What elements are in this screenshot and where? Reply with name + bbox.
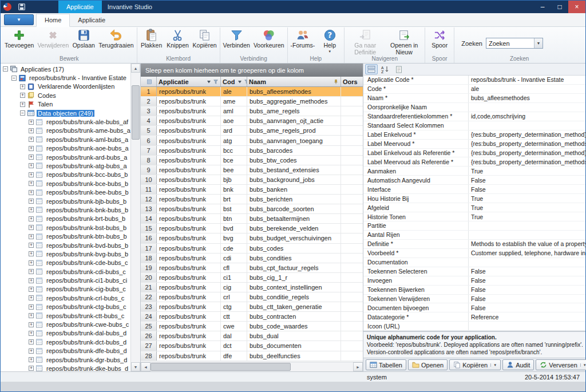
- cell-applicatie[interactable]: repos/bubs/trunk: [157, 263, 221, 272]
- tree-vertical-scrollbar[interactable]: ▲ ▼: [130, 64, 140, 371]
- table-row[interactable]: 12repos/bubs/trunkbrtbubs_berichten: [141, 195, 363, 204]
- tree-item[interactable]: +repos/bubs/trunk-dgr-bubs_d: [1, 355, 130, 364]
- cell-cod[interactable]: bjb: [221, 175, 247, 184]
- pin-icon[interactable]: [333, 79, 339, 85]
- column-header-oorspronkelijke-naam[interactable]: Oors: [341, 77, 363, 86]
- column-header-applicatie[interactable]: Applicatie: [157, 77, 221, 86]
- cell-oorspronkelijke-naam[interactable]: [341, 254, 363, 263]
- cell-cod[interactable]: dal: [221, 331, 247, 340]
- sort-desc-icon[interactable]: [206, 79, 212, 85]
- property-value[interactable]: [469, 103, 585, 112]
- tree-expander-icon[interactable]: +: [29, 278, 34, 283]
- tree-expander-icon[interactable]: +: [29, 269, 34, 274]
- tree-item[interactable]: +repos/bubs/trunk-ci1-bubs_ci: [1, 276, 130, 284]
- table-row[interactable]: 16repos/bubs/trunkbvgbubs_budget_verschu…: [141, 233, 363, 243]
- property-row[interactable]: Documentation: [363, 258, 585, 267]
- cell-oorspronkelijke-naam[interactable]: [341, 156, 363, 165]
- cell-cod[interactable]: ale: [221, 87, 247, 96]
- cell-cod[interactable]: atg: [221, 136, 247, 145]
- cell-applicatie[interactable]: repos/bubs/trunk: [157, 185, 221, 194]
- row-number[interactable]: 23: [141, 302, 157, 311]
- property-value[interactable]: {res:bubs_property_determination_methods…: [469, 140, 585, 148]
- search-input[interactable]: Zoeken▼: [486, 38, 543, 49]
- property-value[interactable]: False: [469, 303, 585, 312]
- tree-item[interactable]: −Data objecten (249): [1, 109, 130, 117]
- table-row[interactable]: 18repos/bubs/trunkcdibubs_condities: [141, 254, 363, 263]
- chevron-down-icon[interactable]: ▼: [580, 363, 586, 367]
- row-number[interactable]: 10: [141, 175, 157, 184]
- cell-oorspronkelijke-naam[interactable]: [341, 312, 363, 321]
- sort-alphabetical-button[interactable]: AZ: [379, 64, 391, 74]
- tree-expander-icon[interactable]: +: [29, 120, 34, 125]
- cell-applicatie[interactable]: repos/bubs/trunk: [157, 341, 221, 350]
- ribbon-button-verbinden[interactable]: Verbinden: [221, 27, 252, 49]
- cell-applicatie[interactable]: repos/bubs/trunk: [157, 351, 221, 361]
- property-value[interactable]: Methods to establish the value of a prop…: [469, 240, 585, 248]
- ribbon-button-help[interactable]: ?Help▼: [316, 27, 343, 53]
- property-row[interactable]: Code *ale: [363, 85, 585, 94]
- row-number[interactable]: 26: [141, 331, 157, 340]
- cell-naam[interactable]: bubs_budget_verschuivingen: [247, 233, 341, 243]
- cell-naam[interactable]: bubs_aanvragen_ojt_actie: [247, 116, 341, 125]
- cell-naam[interactable]: bubs_bestand_extensies: [247, 165, 341, 175]
- row-number[interactable]: 18: [141, 254, 157, 263]
- tree-expander-icon[interactable]: +: [29, 322, 34, 327]
- cell-applicatie[interactable]: repos/bubs/trunk: [157, 175, 221, 184]
- categorize-button[interactable]: [365, 64, 378, 74]
- tree-item[interactable]: −repos/bubs/trunk - Invantive Estate: [1, 73, 130, 82]
- footer-button-tabellen[interactable]: Tabellen: [366, 359, 406, 370]
- cell-oorspronkelijke-naam[interactable]: [341, 331, 363, 340]
- property-value[interactable]: ale: [469, 85, 585, 93]
- property-value[interactable]: True: [469, 167, 585, 175]
- tree-expander-icon[interactable]: +: [29, 155, 34, 160]
- property-row[interactable]: InterfaceFalse: [363, 185, 585, 194]
- row-number[interactable]: 8: [141, 156, 157, 165]
- property-value[interactable]: id,code,omschrijving: [469, 112, 585, 121]
- cell-applicatie[interactable]: repos/bubs/trunk: [157, 204, 221, 213]
- tree-expander-icon[interactable]: +: [29, 216, 34, 221]
- tree-expander-icon[interactable]: −: [3, 66, 8, 72]
- minimize-button[interactable]: –: [534, 1, 551, 13]
- table-row[interactable]: 22repos/bubs/trunkcrlbubs_conditie_regel…: [141, 292, 363, 302]
- cell-oorspronkelijke-naam[interactable]: [341, 283, 363, 292]
- cell-applicatie[interactable]: repos/bubs/trunk: [157, 244, 221, 253]
- table-row[interactable]: 11repos/bubs/trunkbnkbubs_banken: [141, 185, 363, 195]
- tree-expander-icon[interactable]: +: [29, 287, 34, 292]
- table-row[interactable]: 25repos/bubs/trunkcwebubs_code_waardes: [141, 322, 363, 331]
- cell-oorspronkelijke-naam[interactable]: [341, 341, 363, 350]
- cell-naam[interactable]: bubs_barcodes: [247, 146, 341, 155]
- property-row[interactable]: Label Enkelvoud als Referentie *{res:bub…: [363, 149, 585, 158]
- cell-cod[interactable]: cfl: [221, 263, 247, 272]
- table-row[interactable]: 10repos/bubs/trunkbjbbubs_background_job…: [141, 175, 363, 185]
- cell-naam[interactable]: bubs_berekende_velden: [247, 224, 341, 233]
- row-number[interactable]: 24: [141, 312, 157, 321]
- cell-applicatie[interactable]: repos/bubs/trunk: [157, 224, 221, 233]
- property-value[interactable]: False: [469, 267, 585, 276]
- cell-applicatie[interactable]: repos/bubs/trunk: [157, 302, 221, 311]
- tree-item[interactable]: +repos/bubs/trunk-bnk-bubs_b: [1, 205, 130, 214]
- cell-naam[interactable]: bubs_berichten: [247, 195, 341, 204]
- property-row[interactable]: Toekennen BijwerkenFalse: [363, 286, 585, 295]
- cell-cod[interactable]: ctt: [221, 312, 247, 321]
- scrollbar-thumb[interactable]: [132, 85, 140, 140]
- cell-cod[interactable]: dfe: [221, 351, 247, 361]
- cell-applicatie[interactable]: repos/bubs/trunk: [157, 87, 221, 96]
- table-row[interactable]: 2repos/bubs/trunkamebubs_aggregatie_meth…: [141, 97, 363, 106]
- cell-applicatie[interactable]: repos/bubs/trunk: [157, 146, 221, 155]
- cell-naam[interactable]: bubs_cpt_factuur_regels: [247, 263, 341, 272]
- property-value[interactable]: Customer supplied, telephone, hardware i…: [469, 249, 585, 258]
- property-value[interactable]: {res:bubs_property_determination_method}: [469, 149, 585, 157]
- cell-cod[interactable]: aml: [221, 106, 247, 116]
- tree-expander-icon[interactable]: +: [29, 234, 34, 239]
- row-number[interactable]: 2: [141, 97, 157, 106]
- cell-cod[interactable]: cwe: [221, 322, 247, 331]
- row-number[interactable]: 11: [141, 185, 157, 194]
- cell-oorspronkelijke-naam[interactable]: [341, 136, 363, 145]
- property-row[interactable]: Definitie *Methods to establish the valu…: [363, 240, 585, 249]
- row-number[interactable]: 9: [141, 165, 157, 175]
- scroll-left-icon[interactable]: ◄: [141, 362, 151, 371]
- row-number[interactable]: 21: [141, 283, 157, 292]
- ribbon-button-terugdraaien[interactable]: Terugdraaien: [97, 27, 135, 49]
- cell-applicatie[interactable]: repos/bubs/trunk: [157, 283, 221, 292]
- tree-expander-icon[interactable]: +: [29, 137, 34, 142]
